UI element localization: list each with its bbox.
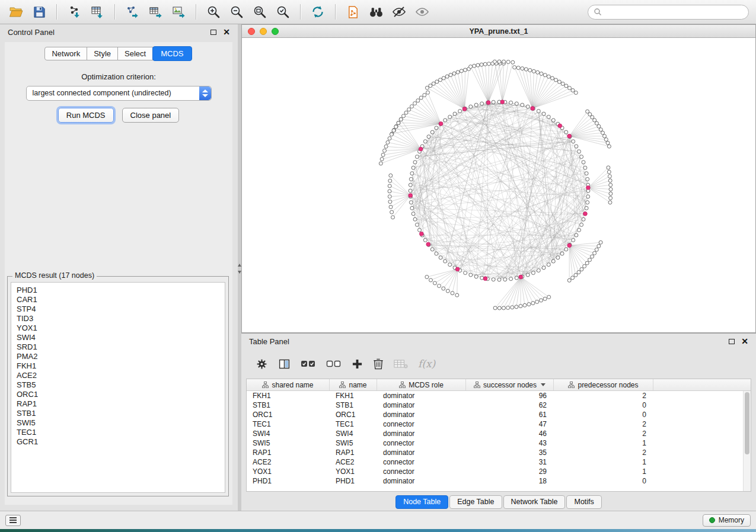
cell-predecessor_nodes[interactable]: 1 xyxy=(554,467,653,476)
cell-shared_name[interactable]: SWI5 xyxy=(247,438,330,448)
mcds-result-item[interactable]: YOX1 xyxy=(17,323,225,333)
delete-column-button[interactable] xyxy=(373,358,384,370)
tab-edge-table[interactable]: Edge Table xyxy=(449,495,502,509)
export-image-button[interactable] xyxy=(170,3,187,21)
float-panel-icon[interactable] xyxy=(210,30,216,35)
network-search-box[interactable] xyxy=(588,5,749,20)
zoom-out-button[interactable] xyxy=(228,3,245,21)
cell-name[interactable]: SWI4 xyxy=(330,429,377,438)
add-column-button[interactable] xyxy=(352,358,363,370)
zoom-in-button[interactable] xyxy=(205,3,222,21)
cell-name[interactable]: YOX1 xyxy=(330,467,377,476)
mcds-result-item[interactable]: GCR1 xyxy=(17,437,225,447)
cell-predecessor_nodes[interactable]: 2 xyxy=(554,419,653,429)
cell-shared_name[interactable]: FKH1 xyxy=(247,391,330,400)
table-row[interactable]: STB1STB1dominator620 xyxy=(247,400,743,410)
hide-details-button[interactable] xyxy=(390,3,408,21)
show-details-button[interactable] xyxy=(413,3,431,21)
cell-successor_nodes[interactable]: 18 xyxy=(466,476,554,486)
table-row[interactable]: RAP1RAP1dominator352 xyxy=(247,448,743,457)
network-analyzer-button[interactable] xyxy=(344,3,362,21)
maximize-window-icon[interactable] xyxy=(272,28,279,35)
close-panel-button[interactable]: Close panel xyxy=(122,108,180,123)
mcds-result-item[interactable]: CAR1 xyxy=(17,295,225,305)
export-network-button[interactable] xyxy=(123,3,141,21)
mcds-result-item[interactable]: RAP1 xyxy=(17,399,225,409)
save-session-button[interactable] xyxy=(30,3,48,21)
table-scrollbar-thumb[interactable] xyxy=(745,392,749,454)
cell-successor_nodes[interactable]: 29 xyxy=(466,467,554,476)
cell-predecessor_nodes[interactable]: 0 xyxy=(554,400,653,410)
column-header-predecessor-nodes[interactable]: predecessor nodes xyxy=(554,379,653,390)
cell-shared_name[interactable]: STB1 xyxy=(247,400,330,410)
tab-network[interactable]: Network xyxy=(44,47,87,60)
cell-shared_name[interactable]: PHD1 xyxy=(247,476,330,486)
mcds-result-item[interactable]: SWI4 xyxy=(17,333,225,342)
cell-shared_name[interactable]: TEC1 xyxy=(247,419,330,429)
table-row[interactable]: ACE2ACE2connector311 xyxy=(247,457,743,467)
mcds-result-item[interactable]: TID3 xyxy=(17,314,225,323)
cell-shared_name[interactable]: SWI4 xyxy=(247,429,330,438)
cell-mcds_role[interactable]: dominator xyxy=(377,410,466,419)
mcds-result-item[interactable]: PHD1 xyxy=(17,286,225,295)
mcds-result-list[interactable]: PHD1CAR1STP4TID3YOX1SWI4SRD1PMA2FKH1ACE2… xyxy=(11,282,225,493)
cell-predecessor_nodes[interactable]: 1 xyxy=(554,457,653,467)
cell-successor_nodes[interactable]: 62 xyxy=(466,400,554,410)
cell-name[interactable]: ORC1 xyxy=(330,410,377,419)
close-table-panel-icon[interactable]: ✕ xyxy=(741,338,748,344)
mcds-result-item[interactable]: ACE2 xyxy=(17,371,225,380)
network-graph-svg[interactable] xyxy=(242,38,755,332)
table-row[interactable]: YOX1YOX1connector291 xyxy=(247,467,743,476)
cell-mcds_role[interactable]: connector xyxy=(377,457,466,467)
close-window-icon[interactable] xyxy=(248,28,255,35)
cell-name[interactable]: STB1 xyxy=(330,400,377,410)
cell-shared_name[interactable]: YOX1 xyxy=(247,467,330,476)
cell-successor_nodes[interactable]: 43 xyxy=(466,438,554,448)
float-table-panel-icon[interactable] xyxy=(729,339,735,344)
search-network-button[interactable] xyxy=(367,3,385,21)
cell-successor_nodes[interactable]: 31 xyxy=(466,457,554,467)
show-columns-button[interactable] xyxy=(278,358,291,370)
cell-successor_nodes[interactable]: 46 xyxy=(466,429,554,438)
run-mcds-button[interactable]: Run MCDS xyxy=(58,108,114,123)
cell-predecessor_nodes[interactable]: 2 xyxy=(554,448,653,457)
cell-name[interactable]: RAP1 xyxy=(330,448,377,457)
cell-shared_name[interactable]: RAP1 xyxy=(247,448,330,457)
criterion-dropdown[interactable]: largest connected component (undirected) xyxy=(26,86,212,101)
cell-name[interactable]: SWI5 xyxy=(330,438,377,448)
tab-network-table[interactable]: Network Table xyxy=(503,495,566,509)
unselect-all-columns-button[interactable] xyxy=(326,359,342,368)
mcds-result-item[interactable]: SWI5 xyxy=(17,418,225,428)
mcds-result-item[interactable]: SRD1 xyxy=(17,342,225,352)
cell-mcds_role[interactable]: connector xyxy=(377,419,466,429)
cell-name[interactable]: TEC1 xyxy=(330,419,377,429)
network-window-titlebar[interactable]: YPA_prune.txt_1 xyxy=(242,25,755,38)
cell-mcds_role[interactable]: connector xyxy=(377,467,466,476)
import-table-button[interactable] xyxy=(88,3,106,21)
mcds-result-item[interactable]: ORC1 xyxy=(17,390,225,399)
cell-mcds_role[interactable]: dominator xyxy=(377,448,466,457)
table-row[interactable]: FKH1FKH1dominator962 xyxy=(247,391,743,400)
column-header-name[interactable]: name xyxy=(330,379,377,390)
cell-shared_name[interactable]: ORC1 xyxy=(247,410,330,419)
close-panel-icon[interactable]: ✕ xyxy=(223,29,230,35)
table-row[interactable]: ORC1ORC1dominator610 xyxy=(247,410,743,419)
table-settings-button[interactable] xyxy=(256,358,268,370)
cell-successor_nodes[interactable]: 61 xyxy=(466,410,554,419)
mcds-result-item[interactable]: PMA2 xyxy=(17,352,225,361)
cell-mcds_role[interactable]: dominator xyxy=(377,400,466,410)
cell-mcds_role[interactable]: dominator xyxy=(377,476,466,486)
sort-chevron-icon[interactable] xyxy=(541,383,546,386)
open-session-button[interactable] xyxy=(7,3,25,21)
zoom-fit-button[interactable] xyxy=(251,3,269,21)
table-row[interactable]: PHD1PHD1dominator180 xyxy=(247,476,743,486)
column-header-successor-nodes[interactable]: successor nodes xyxy=(466,379,554,390)
tab-mcds[interactable]: MCDS xyxy=(152,46,192,61)
import-network-button[interactable] xyxy=(65,3,83,21)
cell-mcds_role[interactable]: connector xyxy=(377,438,466,448)
cell-predecessor_nodes[interactable]: 0 xyxy=(554,410,653,419)
cell-shared_name[interactable]: ACE2 xyxy=(247,457,330,467)
table-row[interactable]: SWI5SWI5connector431 xyxy=(247,438,743,448)
cell-name[interactable]: PHD1 xyxy=(330,476,377,486)
mcds-result-item[interactable]: TEC1 xyxy=(17,428,225,437)
